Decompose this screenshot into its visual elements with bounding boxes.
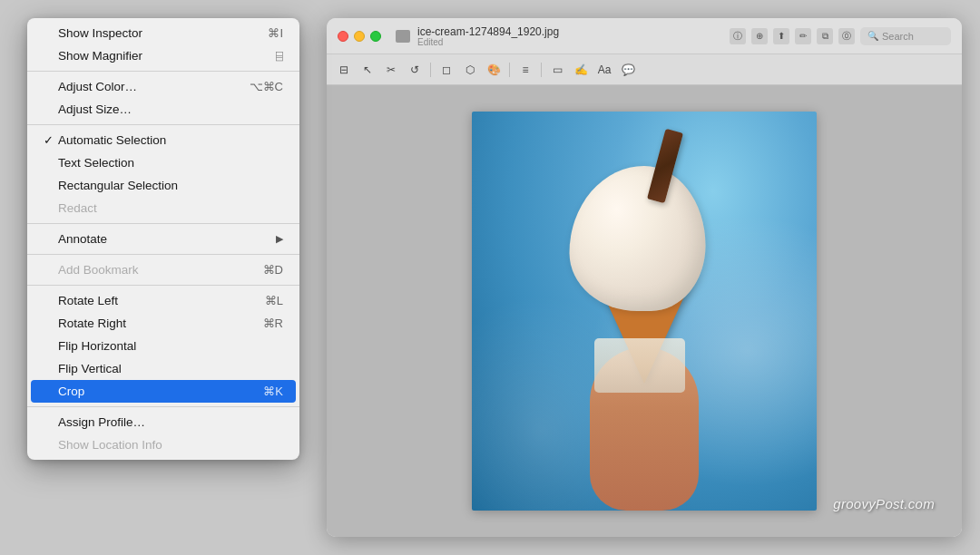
menu-item-show-magnifier[interactable]: Show Magnifier⌸ (27, 44, 299, 67)
shortcut-rotate-right: ⌘R (263, 316, 283, 330)
menu-item-add-bookmark: Add Bookmark⌘D (27, 258, 299, 281)
watermark: groovyPost.com (833, 496, 935, 511)
menu-label-rotate-right: Rotate Right (58, 316, 126, 330)
toolbar-text-btn[interactable]: Aa (594, 60, 614, 80)
scoop-element (570, 166, 706, 311)
menu-label-text-selection: Text Selection (58, 156, 134, 170)
info-button[interactable]: ⓘ (730, 28, 746, 44)
toolbar-shape-btn[interactable]: ◻ (436, 60, 456, 80)
separator-after-annotate (27, 254, 299, 255)
menu-item-annotate[interactable]: Annotate▶ (27, 228, 299, 250)
search-box[interactable]: 🔍 Search (860, 27, 951, 45)
menu-item-rectangular-selection[interactable]: Rectangular Selection (27, 174, 299, 197)
titlebar: ice-cream-1274894_1920.jpg Edited ⓘ ⊕ ⬆ … (327, 18, 962, 54)
title-wrap: ice-cream-1274894_1920.jpg Edited (417, 25, 559, 47)
menu-label-rotate-left: Rotate Left (58, 294, 118, 307)
menu-item-rotate-left[interactable]: Rotate Left⌘L (27, 289, 299, 312)
zoom-button[interactable]: ⊕ (751, 28, 768, 44)
menu-label-show-magnifier: Show Magnifier (58, 49, 142, 63)
toolbar-annotate-btn[interactable]: ✍ (571, 60, 591, 80)
window-title: ice-cream-1274894_1920.jpg (417, 25, 559, 38)
menu-item-flip-vertical[interactable]: Flip Vertical (27, 357, 299, 380)
profile-button[interactable]: ⓪ (838, 28, 855, 44)
menu-item-assign-profile[interactable]: Assign Profile… (27, 411, 299, 433)
menu-label-adjust-size: Adjust Size… (58, 102, 132, 116)
shortcut-adjust-color: ⌥⌘C (250, 80, 283, 93)
toolbar-sep-1 (430, 63, 431, 77)
shortcut-rotate-left: ⌘L (265, 294, 283, 307)
menu-label-flip-vertical: Flip Vertical (58, 362, 122, 375)
shortcut-crop: ⌘K (263, 385, 283, 398)
separator-after-crop (27, 406, 299, 407)
menu-label-redact: Redact (58, 201, 97, 215)
menu-label-flip-horizontal: Flip Horizontal (58, 339, 136, 353)
menu-item-automatic-selection[interactable]: ✓Automatic Selection (27, 129, 299, 151)
toolbar-sep-3 (541, 63, 542, 77)
menu-label-crop: Crop (58, 385, 84, 398)
menu-item-rotate-right[interactable]: Rotate Right⌘R (27, 312, 299, 335)
image-display (472, 112, 817, 511)
menu-item-adjust-color[interactable]: Adjust Color…⌥⌘C (27, 75, 299, 98)
shortcut-show-magnifier: ⌸ (276, 49, 283, 63)
toolbar-color-btn[interactable]: 🎨 (484, 60, 504, 80)
toolbar-stamp-btn[interactable]: ⬡ (460, 60, 480, 80)
window-icon (396, 30, 410, 43)
image-background (472, 112, 817, 511)
shortcut-show-inspector: ⌘I (268, 26, 283, 40)
toolbar-rotate-btn[interactable]: ↺ (405, 60, 425, 80)
toolbar-border-btn[interactable]: ▭ (547, 60, 567, 80)
checkmark-automatic-selection: ✓ (44, 133, 58, 147)
menu-label-show-inspector: Show Inspector (58, 26, 142, 40)
menu-item-adjust-size[interactable]: Adjust Size… (27, 98, 299, 121)
menu-label-add-bookmark: Add Bookmark (58, 263, 139, 277)
toolbar-view-btn[interactable]: ⊟ (334, 60, 354, 80)
separator-after-adjust-size (27, 124, 299, 125)
menu-label-show-location-info: Show Location Info (58, 438, 162, 452)
toolbar-cursor-btn[interactable]: ↖ (358, 60, 377, 80)
menu-item-show-inspector[interactable]: Show Inspector⌘I (27, 22, 299, 44)
maximize-button[interactable] (370, 31, 381, 42)
close-button[interactable] (338, 31, 348, 42)
toolbar-sep-2 (509, 63, 510, 77)
search-placeholder: Search (882, 31, 914, 42)
share-button[interactable]: ⬆ (773, 28, 789, 44)
menu-label-rectangular-selection: Rectangular Selection (58, 179, 178, 192)
menu-item-crop[interactable]: Crop⌘K (31, 380, 296, 403)
toolbar-note-btn[interactable]: 💬 (618, 60, 638, 80)
window-subtitle: Edited (417, 37, 443, 47)
search-icon: 🔍 (867, 31, 878, 41)
menu-item-redact: Redact (27, 197, 299, 219)
toolbar-crop-btn[interactable]: ✂ (381, 60, 401, 80)
menu-label-adjust-color: Adjust Color… (58, 80, 137, 93)
menu-item-flip-horizontal[interactable]: Flip Horizontal (27, 335, 299, 357)
toolbar-align-btn[interactable]: ≡ (515, 60, 535, 80)
shortcut-add-bookmark: ⌘D (263, 263, 283, 277)
separator-after-show-magnifier (27, 71, 299, 72)
preview-window: ice-cream-1274894_1920.jpg Edited ⓘ ⊕ ⬆ … (327, 18, 962, 537)
menu-label-annotate: Annotate (58, 232, 107, 246)
titlebar-actions: ⓘ ⊕ ⬆ ✏ ⧉ ⓪ 🔍 Search (730, 27, 951, 45)
minimize-button[interactable] (354, 31, 365, 42)
markup-button[interactable]: ✏ (795, 28, 811, 44)
toolbar: ⊟ ↖ ✂ ↺ ◻ ⬡ 🎨 ≡ ▭ ✍ Aa 💬 (327, 54, 962, 85)
arrow-annotate: ▶ (276, 233, 283, 245)
menu-item-show-location-info: Show Location Info (27, 433, 299, 456)
menu-label-assign-profile: Assign Profile… (58, 415, 145, 429)
menu-label-automatic-selection: Automatic Selection (58, 133, 166, 147)
context-menu: Show Inspector⌘IShow Magnifier⌸Adjust Co… (27, 18, 299, 460)
duplicate-button[interactable]: ⧉ (817, 28, 833, 44)
traffic-lights (338, 31, 381, 42)
preview-content (327, 85, 962, 537)
wrapper-element (594, 338, 685, 393)
menu-item-text-selection[interactable]: Text Selection (27, 151, 299, 174)
separator-after-add-bookmark (27, 285, 299, 286)
separator-after-redact (27, 223, 299, 224)
